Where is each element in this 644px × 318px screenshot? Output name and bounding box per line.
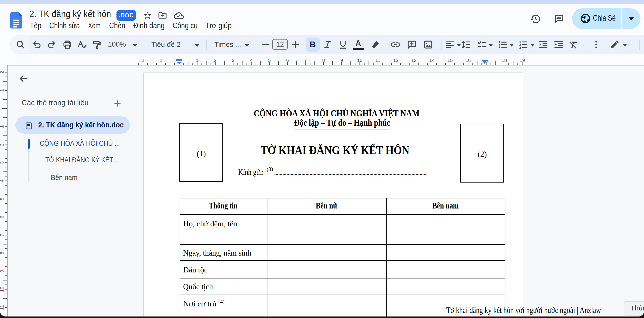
- svg-text:3: 3: [519, 46, 521, 49]
